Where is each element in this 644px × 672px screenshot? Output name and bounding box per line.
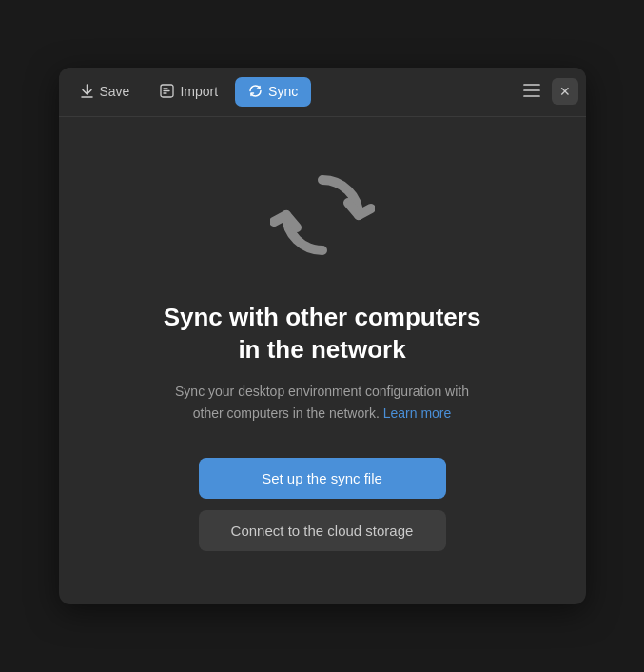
save-button[interactable]: Save [67, 77, 144, 107]
sync-button[interactable]: Sync [235, 77, 311, 107]
learn-more-link[interactable]: Learn more [383, 405, 452, 421]
import-button[interactable]: Import [146, 77, 231, 107]
main-window: Save Import Sync [59, 68, 586, 604]
menu-icon [523, 82, 540, 102]
sync-illustration [270, 163, 375, 271]
page-title: Sync with other computers in the network [151, 302, 494, 366]
import-label: Import [180, 84, 218, 99]
import-icon [160, 84, 174, 100]
toolbar: Save Import Sync [59, 68, 586, 117]
save-icon [80, 84, 94, 100]
menu-button[interactable] [516, 75, 548, 108]
setup-sync-file-button[interactable]: Set up the sync file [199, 458, 446, 499]
sync-icon [248, 84, 263, 100]
content-area: Sync with other computers in the network… [59, 117, 586, 604]
close-icon: ✕ [559, 84, 571, 99]
close-button[interactable]: ✕ [552, 78, 578, 105]
connect-cloud-storage-button[interactable]: Connect to the cloud storage [199, 510, 446, 551]
save-label: Save [100, 84, 130, 99]
description-text: Sync your desktop environment configurat… [161, 381, 484, 424]
sync-label: Sync [268, 84, 298, 99]
